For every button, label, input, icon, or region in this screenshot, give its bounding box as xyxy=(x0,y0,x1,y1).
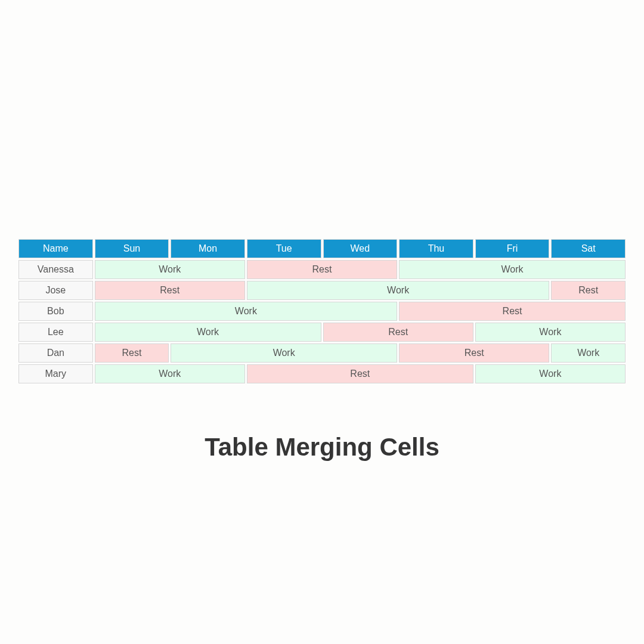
table-row: JoseRestWorkRest xyxy=(18,281,626,300)
col-mon: Mon xyxy=(171,239,245,258)
rest-cell: Rest xyxy=(399,343,549,363)
name-cell: Jose xyxy=(18,281,93,300)
name-cell: Vanessa xyxy=(18,260,93,279)
col-tue: Tue xyxy=(247,239,321,258)
table-row: VanessaWorkRestWork xyxy=(18,260,626,279)
col-name: Name xyxy=(18,239,93,258)
rest-cell: Rest xyxy=(551,281,626,300)
col-thu: Thu xyxy=(399,239,473,258)
col-wed: Wed xyxy=(323,239,398,258)
name-cell: Mary xyxy=(18,364,93,383)
table-row: LeeWorkRestWork xyxy=(18,323,626,342)
work-cell: Work xyxy=(247,281,550,300)
rest-cell: Rest xyxy=(323,323,473,342)
work-cell: Work xyxy=(95,260,245,279)
rest-cell: Rest xyxy=(95,343,169,363)
work-cell: Work xyxy=(95,364,245,383)
work-cell: Work xyxy=(551,343,626,363)
rest-cell: Rest xyxy=(399,302,626,321)
work-cell: Work xyxy=(399,260,626,279)
rest-cell: Rest xyxy=(247,260,397,279)
table-row: DanRestWorkRestWork xyxy=(18,343,626,363)
work-cell: Work xyxy=(171,343,397,363)
table-body: VanessaWorkRestWorkJoseRestWorkRestBobWo… xyxy=(18,260,626,383)
name-cell: Dan xyxy=(18,343,93,363)
table-header-row: Name Sun Mon Tue Wed Thu Fri Sat xyxy=(18,239,626,258)
name-cell: Bob xyxy=(18,302,93,321)
col-fri: Fri xyxy=(475,239,550,258)
rest-cell: Rest xyxy=(247,364,473,383)
work-cell: Work xyxy=(95,302,398,321)
name-cell: Lee xyxy=(18,323,93,342)
col-sat: Sat xyxy=(551,239,626,258)
work-cell: Work xyxy=(475,364,626,383)
col-sun: Sun xyxy=(95,239,169,258)
schedule-table: Name Sun Mon Tue Wed Thu Fri Sat Vanessa… xyxy=(17,237,627,385)
rest-cell: Rest xyxy=(95,281,245,300)
work-cell: Work xyxy=(95,323,321,342)
work-cell: Work xyxy=(475,323,626,342)
table-row: BobWorkRest xyxy=(18,302,626,321)
page-title: Table Merging Cells xyxy=(17,433,627,462)
table-row: MaryWorkRestWork xyxy=(18,364,626,383)
